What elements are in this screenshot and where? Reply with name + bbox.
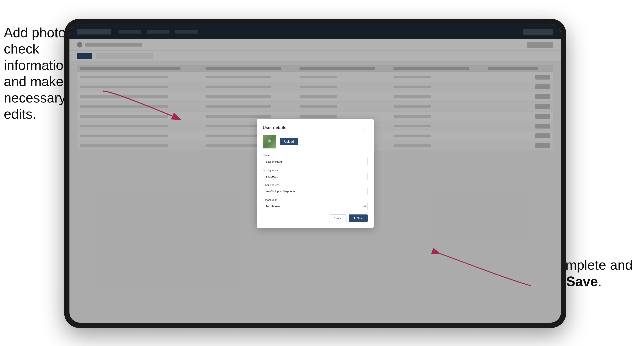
school-year-controls: × bbox=[362, 204, 366, 208]
name-label: Name bbox=[263, 154, 368, 157]
school-year-down-arrow[interactable] bbox=[364, 206, 366, 207]
school-year-label: School Year bbox=[263, 198, 368, 201]
school-year-wrapper: × bbox=[263, 203, 368, 210]
tablet-screen: User details × bbox=[70, 24, 561, 323]
email-input[interactable] bbox=[263, 188, 368, 195]
name-field-group: Name bbox=[263, 154, 368, 165]
svg-point-0 bbox=[268, 140, 271, 142]
school-year-up-arrow[interactable] bbox=[364, 205, 366, 206]
modal-title: User details bbox=[263, 125, 286, 130]
photo-image bbox=[263, 135, 276, 148]
tablet-device: User details × bbox=[64, 19, 566, 328]
modal-close-button[interactable]: × bbox=[362, 125, 368, 130]
save-button[interactable]: ⬆ Save bbox=[349, 214, 368, 222]
display-name-field-group: Display name bbox=[263, 169, 368, 180]
modal-footer: Cancel ⬆ Save bbox=[263, 214, 368, 222]
photo-row: Upload bbox=[263, 135, 368, 149]
school-year-input[interactable] bbox=[263, 203, 368, 210]
school-year-clear-icon[interactable]: × bbox=[362, 204, 363, 208]
school-year-arrows[interactable] bbox=[364, 205, 366, 207]
school-year-field-group: School Year × bbox=[263, 198, 368, 210]
annotation-save-word: Save bbox=[566, 274, 598, 289]
user-details-modal: User details × bbox=[257, 119, 374, 228]
name-input[interactable] bbox=[263, 158, 368, 165]
save-label: Save bbox=[357, 216, 364, 220]
save-icon: ⬆ bbox=[353, 216, 356, 220]
upload-photo-button[interactable]: Upload bbox=[280, 138, 298, 145]
photo-thumbnail bbox=[263, 135, 276, 149]
cancel-button[interactable]: Cancel bbox=[329, 214, 347, 222]
modal-title-bar: User details × bbox=[263, 125, 368, 130]
display-name-input[interactable] bbox=[263, 173, 368, 180]
email-label: Email address bbox=[263, 183, 368, 186]
email-field-group: Email address bbox=[263, 183, 368, 195]
annotation-period: . bbox=[598, 274, 602, 289]
display-name-label: Display name bbox=[263, 169, 368, 172]
app-container: User details × bbox=[70, 24, 561, 323]
modal-overlay: User details × bbox=[70, 24, 561, 323]
